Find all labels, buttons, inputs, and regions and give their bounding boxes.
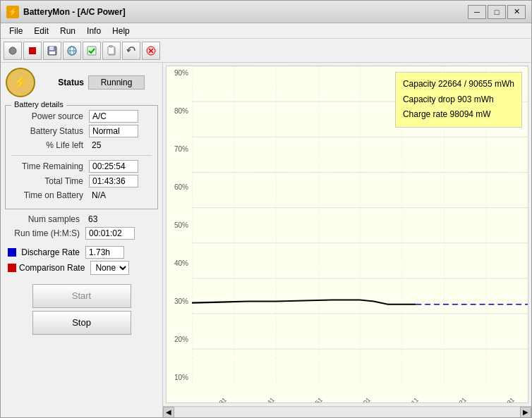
num-samples-row: Num samples 63 [8, 214, 155, 225]
toolbar-btn-stop[interactable] [23, 42, 42, 60]
chart-x-labels: 13:54:31 13:54:41 13:54:51 13:55:01 13:5… [192, 384, 528, 402]
comparison-rate-select[interactable]: None Rate 1 Rate 2 [90, 261, 129, 275]
svg-rect-8 [87, 47, 96, 55]
title-bar: ⚡ BatteryMon - [A/C Power] ─ □ ✕ [1, 1, 531, 23]
status-value: Running [88, 75, 145, 90]
life-left-label: % Life left [11, 140, 89, 150]
run-time-row: Run time (H:M:S) 00:01:02 [8, 227, 155, 240]
svg-rect-4 [49, 51, 55, 54]
minimize-button[interactable]: ─ [468, 5, 486, 19]
scroll-right-button[interactable]: ▶ [520, 407, 531, 418]
num-samples-label: Num samples [8, 214, 85, 224]
window-title: BatteryMon - [A/C Power] [23, 7, 468, 17]
main-content: ⚡ Status Running Battery details Power s… [1, 63, 531, 417]
svg-rect-1 [29, 47, 36, 54]
y-label-90: 90% [168, 69, 191, 77]
chart-charge-rate: Charge rate 98094 mW [403, 107, 514, 123]
toolbar-btn-undo[interactable] [122, 42, 140, 60]
svg-rect-3 [49, 47, 54, 50]
y-label-10: 10% [168, 374, 191, 381]
power-source-label: Power source [11, 111, 89, 121]
time-remaining-row: Time Remaining 00:25:54 [11, 160, 152, 173]
power-source-value: A/C [89, 110, 138, 123]
total-time-value: 01:43:36 [89, 175, 138, 188]
x-label-6: 13:55:31 [494, 396, 516, 403]
comparison-rate-row: Comparison Rate None Rate 1 Rate 2 [8, 261, 155, 275]
window-controls: ─ □ ✕ [468, 5, 526, 19]
x-label-0: 13:54:31 [206, 396, 229, 403]
svg-rect-11 [109, 45, 112, 47]
close-button[interactable]: ✕ [507, 5, 526, 19]
stop-button[interactable]: Stop [32, 311, 131, 335]
status-area: ⚡ Status Running [5, 67, 158, 98]
x-label-1: 13:54:41 [254, 396, 277, 403]
discharge-rate-label: Discharge Rate [19, 247, 85, 257]
svg-point-0 [9, 47, 16, 54]
y-label-40: 40% [168, 259, 191, 267]
app-icon: ⚡ [6, 6, 19, 18]
toolbar-btn-record[interactable] [4, 42, 22, 60]
chart-capacity-drop: Capacity drop 903 mWh [403, 92, 514, 108]
chart-area: Capacity 22664 / 90655 mWh Capacity drop… [166, 66, 528, 403]
menu-bar: File Edit Run Info Help [1, 23, 531, 39]
comparison-rate-color [8, 264, 16, 272]
action-buttons: Start Stop [5, 281, 158, 338]
toolbar-btn-cancel[interactable] [142, 42, 160, 60]
toolbar-btn-network[interactable] [63, 42, 81, 60]
svg-text:⚡: ⚡ [13, 75, 29, 90]
life-left-value: 25 [89, 140, 138, 151]
scroll-track[interactable] [174, 407, 520, 417]
y-label-20: 20% [168, 336, 191, 343]
toolbar-btn-check[interactable] [83, 42, 101, 60]
life-left-row: % Life left 25 [11, 140, 152, 151]
main-window: ⚡ BatteryMon - [A/C Power] ─ □ ✕ File Ed… [0, 0, 532, 418]
left-panel: ⚡ Status Running Battery details Power s… [1, 63, 163, 417]
svg-rect-10 [108, 47, 114, 54]
y-label-30: 30% [168, 297, 191, 305]
toolbar-btn-save[interactable] [43, 42, 61, 60]
chart-capacity: Capacity 22664 / 90655 mWh [403, 77, 514, 92]
x-label-4: 13:55:11 [398, 396, 421, 403]
run-time-value: 00:01:02 [85, 227, 135, 240]
restore-button[interactable]: □ [488, 5, 506, 19]
total-time-row: Total Time 01:43:36 [11, 175, 152, 188]
y-label-80: 80% [168, 107, 191, 115]
toolbar-btn-clipboard[interactable] [102, 42, 121, 60]
start-button[interactable]: Start [32, 284, 131, 308]
chart-y-labels: 90% 80% 70% 60% 50% 40% 30% 20% 10% [167, 66, 192, 384]
right-panel: Capacity 22664 / 90655 mWh Capacity drop… [163, 63, 531, 417]
battery-status-row: Battery Status Normal [11, 125, 152, 137]
y-label-60: 60% [168, 183, 191, 191]
discharge-rate-row: Discharge Rate 1.73h [8, 246, 155, 259]
battery-icon: ⚡ [5, 67, 36, 98]
x-label-5: 13:55:21 [446, 396, 468, 403]
time-on-battery-label: Time on Battery [11, 190, 89, 200]
time-remaining-label: Time Remaining [11, 161, 89, 171]
menu-run[interactable]: Run [54, 25, 81, 37]
battery-details-title: Battery details [11, 100, 66, 109]
menu-info[interactable]: Info [81, 25, 107, 37]
chart-info-box: Capacity 22664 / 90655 mWh Capacity drop… [395, 72, 522, 128]
battery-status-label: Battery Status [11, 126, 89, 136]
status-label: Status [42, 78, 84, 87]
menu-edit[interactable]: Edit [28, 25, 54, 37]
y-label-50: 50% [168, 221, 191, 229]
time-on-battery-value: N/A [89, 190, 138, 201]
battery-details-group: Battery details Power source A/C Battery… [5, 105, 158, 209]
power-source-row: Power source A/C [11, 110, 152, 123]
y-label-70: 70% [168, 145, 191, 153]
toolbar [1, 39, 531, 63]
time-on-battery-row: Time on Battery N/A [11, 190, 152, 201]
discharge-rate-color [8, 248, 16, 257]
battery-status-value: Normal [89, 125, 138, 137]
stats-section: Num samples 63 Run time (H:M:S) 00:01:02 [5, 214, 158, 242]
menu-file[interactable]: File [4, 25, 28, 37]
run-time-label: Run time (H:M:S) [8, 228, 85, 238]
scroll-left-button[interactable]: ◀ [163, 407, 174, 418]
x-label-3: 13:55:01 [350, 396, 373, 403]
comparison-rate-label: Comparison Rate [19, 263, 90, 273]
time-remaining-value: 00:25:54 [89, 160, 138, 173]
chart-scrollbar: ◀ ▶ [163, 406, 531, 417]
menu-help[interactable]: Help [107, 25, 135, 37]
num-samples-value: 63 [85, 214, 135, 225]
